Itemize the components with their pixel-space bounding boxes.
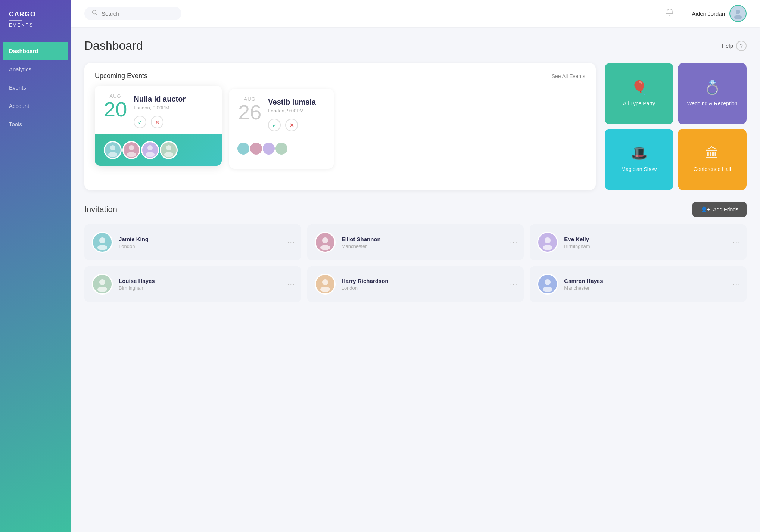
avatar-jamie (92, 232, 113, 253)
svg-point-21 (320, 287, 330, 292)
header-divider (683, 7, 683, 20)
sidebar-item-dashboard[interactable]: Dashboard (3, 42, 68, 60)
event-date-row: Aug 20 Nulla id auctor London, 9:00PM ✓ … (104, 93, 213, 128)
add-friends-icon: 👤+ (701, 206, 710, 212)
search-input[interactable] (102, 10, 169, 17)
event-name: Nulla id auctor (134, 95, 213, 103)
event-date: Aug 20 (104, 93, 127, 120)
svg-point-8 (147, 145, 153, 150)
page-title: Dashboard (84, 39, 143, 53)
friend-info-elliot: Elliot Shannon Manchester (342, 236, 517, 249)
accept-button-small[interactable]: ✓ (268, 119, 281, 131)
svg-line-1 (96, 14, 97, 15)
search-bar[interactable] (84, 7, 181, 20)
header: Aiden Jordan (71, 0, 760, 27)
svg-point-17 (543, 245, 552, 250)
friend-name-jamie: Jamie King (119, 236, 294, 242)
sidebar-item-account[interactable]: Account (0, 97, 71, 115)
party-icon: 🎈 (631, 80, 648, 96)
friend-info-camren: Camren Hayes Manchester (564, 278, 739, 291)
friend-location-eve: Birmingham (564, 243, 739, 249)
category-label-magician: Magician Show (622, 166, 657, 173)
magician-icon: 🎩 (631, 146, 648, 161)
friend-name-camren: Camren Hayes (564, 278, 739, 284)
svg-point-3 (734, 15, 742, 19)
small-attendee-avatar (262, 142, 275, 155)
accept-button[interactable]: ✓ (134, 116, 146, 128)
small-attendees (229, 137, 334, 160)
sidebar: CARGO EVENTS Dashboard Analytics Events … (0, 0, 71, 532)
svg-point-2 (736, 10, 740, 14)
attendee-avatar (104, 141, 122, 159)
sidebar-item-analytics[interactable]: Analytics (0, 60, 71, 78)
user-info[interactable]: Aiden Jordan (692, 5, 747, 22)
category-tile-wedding[interactable]: 💍 Wedding & Reception (678, 63, 747, 124)
search-icon (92, 10, 98, 17)
friend-card-harry: Harry Richardson London ··· (307, 266, 524, 302)
conference-icon: 🏛 (706, 146, 719, 161)
svg-point-14 (322, 237, 328, 243)
friend-menu-elliot[interactable]: ··· (510, 239, 518, 246)
decline-button-small[interactable]: ✕ (285, 119, 298, 131)
friend-card-jamie: Jamie King London ··· (84, 224, 301, 260)
event-card-top: Aug 20 Nulla id auctor London, 9:00PM ✓ … (95, 86, 222, 134)
avatar-eve (537, 232, 558, 253)
category-label-wedding: Wedding & Reception (687, 100, 737, 108)
event-date-row-small: Aug 26 Vestib lumsia London, 9:00PM ✓ ✕ (238, 96, 325, 131)
svg-point-12 (99, 237, 105, 243)
svg-point-22 (545, 279, 551, 285)
sidebar-item-events[interactable]: Events (0, 78, 71, 97)
small-attendee-avatar (275, 142, 288, 155)
event-card-bottom (95, 134, 222, 166)
event-day: 20 (104, 99, 127, 120)
event-card-small: Aug 26 Vestib lumsia London, 9:00PM ✓ ✕ (229, 89, 334, 169)
friend-name-eve: Eve Kelly (564, 236, 739, 242)
category-tile-conference[interactable]: 🏛 Conference Hall (678, 129, 747, 190)
svg-point-11 (164, 152, 173, 157)
category-label-conference: Conference Hall (694, 166, 731, 173)
event-name-small: Vestib lumsia (268, 98, 325, 106)
attendee-avatar (160, 141, 178, 159)
friend-menu-harry[interactable]: ··· (510, 280, 518, 288)
avatar-camren (537, 274, 558, 295)
event-actions: ✓ ✕ (134, 116, 213, 128)
invitation-title: Invitation (84, 205, 117, 214)
svg-point-18 (99, 279, 105, 285)
friend-info-eve: Eve Kelly Birmingham (564, 236, 739, 249)
friends-grid: Jamie King London ··· Elliot Shannon Man… (84, 224, 747, 302)
friend-menu-louise[interactable]: ··· (287, 280, 295, 288)
avatar (729, 5, 747, 22)
invitation-section: Invitation 👤+ Add Frinds Jamie King Lond… (84, 202, 747, 302)
decline-button[interactable]: ✕ (151, 116, 163, 128)
event-day-small: 26 (238, 102, 261, 123)
upcoming-events-card: Upcoming Events See All Events Aug 20 (84, 63, 596, 190)
category-tile-magician[interactable]: 🎩 Magician Show (605, 129, 673, 190)
upcoming-header: Upcoming Events See All Events (95, 72, 585, 80)
svg-point-23 (543, 287, 552, 292)
friend-info-harry: Harry Richardson London (342, 278, 517, 291)
events-row: Aug 20 Nulla id auctor London, 9:00PM ✓ … (95, 89, 585, 169)
friend-name-harry: Harry Richardson (342, 278, 517, 284)
help-circle-icon: ? (736, 41, 747, 51)
attendee-avatar (122, 141, 140, 159)
friend-menu-jamie[interactable]: ··· (287, 239, 295, 246)
friend-name-elliot: Elliot Shannon (342, 236, 517, 242)
category-tile-all-type-party[interactable]: 🎈 All Type Party (605, 63, 673, 124)
category-grid: 🎈 All Type Party 💍 Wedding & Reception 🎩… (605, 63, 747, 190)
friend-menu-eve[interactable]: ··· (733, 239, 741, 246)
event-location: London, 9:00PM (134, 105, 213, 111)
help-button[interactable]: Help ? (722, 41, 747, 51)
svg-point-13 (97, 245, 107, 250)
see-all-link[interactable]: See All Events (552, 73, 585, 79)
attendee-avatar (141, 141, 159, 159)
friend-card-louise: Louise Hayes Birmingham ··· (84, 266, 301, 302)
sidebar-item-tools[interactable]: Tools (0, 115, 71, 133)
friend-card-eve: Eve Kelly Birmingham ··· (530, 224, 747, 260)
friend-menu-camren[interactable]: ··· (733, 280, 741, 288)
category-label-all-type-party: All Type Party (623, 100, 655, 108)
notification-bell-icon[interactable] (666, 8, 674, 19)
invitation-header: Invitation 👤+ Add Frinds (84, 202, 747, 217)
add-friends-button[interactable]: 👤+ Add Frinds (692, 202, 747, 217)
friend-location-camren: Manchester (564, 285, 739, 291)
friend-card-elliot: Elliot Shannon Manchester ··· (307, 224, 524, 260)
